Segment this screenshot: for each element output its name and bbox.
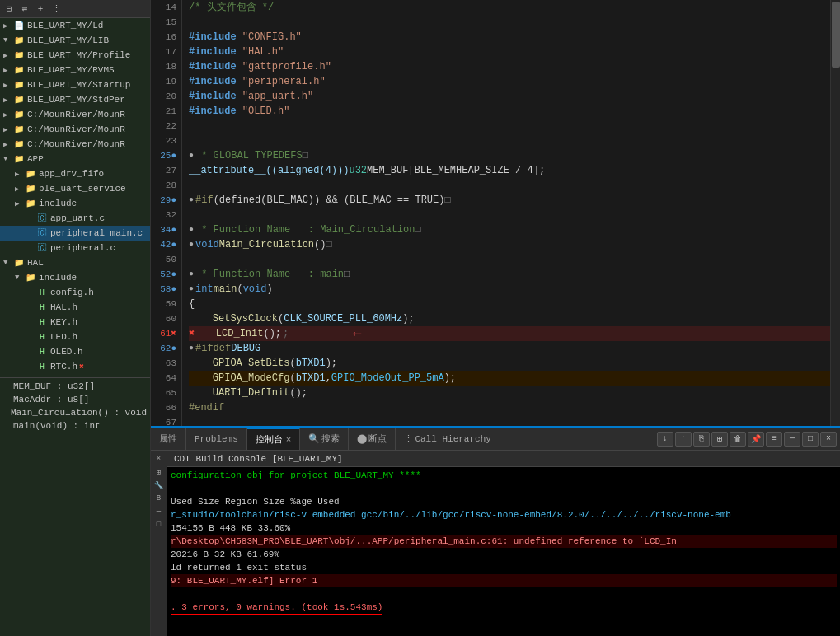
console-output[interactable]: configuration obj for project BLE_UART_M…: [167, 467, 840, 636]
editor-scrollbar[interactable]: [830, 0, 840, 426]
expand-btn[interactable]: ●: [189, 267, 194, 282]
filter-button[interactable]: ⊞: [711, 432, 728, 447]
folder-icon: 📁: [25, 272, 36, 283]
sidebar-outline-macaddr[interactable]: MacAddr : u8[]: [0, 393, 150, 406]
code-editor[interactable]: 14 15 16 17 18 19 20 21 22 23 25● 27 28 …: [151, 0, 840, 426]
code-line-52: ● * Function Name : main□: [189, 267, 830, 282]
lt-btn-2[interactable]: ⊞: [152, 465, 167, 479]
sidebar-item-label: C:/MounRiver/MounR: [27, 124, 125, 134]
file-c-icon: 🇨: [36, 213, 48, 224]
folder-icon: 📁: [25, 168, 36, 180]
sidebar-item-hal[interactable]: ▼ 📁 HAL: [0, 255, 150, 270]
sidebar-item-label: BLE_UART_MY/LIB: [27, 35, 109, 45]
sidebar-item-mounriver-3[interactable]: ▶ 📁 C:/MounRiver/MounR: [0, 137, 150, 152]
sidebar-item-ble-uart-ld[interactable]: ▶ 📄 BLE_UART_MY/Ld: [0, 18, 150, 33]
scroll-up-button[interactable]: ↑: [675, 432, 692, 447]
sidebar-item-mounriver-1[interactable]: ▶ 📁 C:/MounRiver/MounR: [0, 107, 150, 122]
sidebar-item-ble-uart-rvms[interactable]: ▶ 📁 BLE_UART_MY/RVMS: [0, 63, 150, 77]
folder-icon: 📁: [13, 109, 25, 120]
scrollbar-thumb[interactable]: [832, 2, 840, 68]
expand-icon: ▶: [3, 125, 12, 134]
folder-icon: 📁: [13, 79, 25, 91]
sidebar-item-label: Main_Circulation() : void: [11, 408, 147, 418]
sidebar-item-mounriver-2[interactable]: ▶ 📁 C:/MounRiver/MounR: [0, 122, 150, 137]
close-panel-button[interactable]: ×: [820, 432, 837, 447]
sidebar-outline-main-circulation[interactable]: Main_Circulation() : void: [0, 406, 150, 419]
pin-button[interactable]: 📌: [748, 432, 764, 447]
sidebar-item-ble-uart-service[interactable]: ▶ 📁 ble_uart_service: [0, 181, 150, 196]
lt-btn-1[interactable]: ×: [152, 452, 167, 465]
sidebar-item-label: HAL.h: [50, 302, 77, 312]
sidebar-item-ble-uart-stdper[interactable]: ▶ 📁 BLE_UART_MY/StdPer: [0, 92, 150, 107]
tab-breakpoints[interactable]: ⬤ 断点: [349, 428, 396, 451]
sidebar-item-label: BLE_UART_MY/RVMS: [27, 65, 115, 75]
tab-call-hierarchy[interactable]: ⋮ Call Hierarchy: [396, 428, 500, 451]
minimize-button[interactable]: ─: [784, 432, 800, 447]
file-explorer[interactable]: ⊟ ⇌ + ⋮ ▶ 📄 BLE_UART_MY/Ld ▼ 📁 BLE_UART_…: [0, 0, 151, 636]
sidebar-item-app-drv-fifo[interactable]: ▶ 📁 app_drv_fifo: [0, 166, 150, 181]
bottom-panel: 属性 Problems 控制台 × 🔍 搜索 ⬤ 断点 ⋮: [151, 426, 840, 636]
console-line-size1: 154156 B 448 KB 33.60%: [171, 521, 837, 535]
expand-btn[interactable]: ●: [189, 193, 194, 208]
expand-icon: ▶: [3, 51, 12, 60]
lt-btn-5[interactable]: ─: [152, 505, 167, 518]
new-file-button[interactable]: +: [33, 2, 48, 16]
sidebar-item-label: BLE_UART_MY/Profile: [27, 50, 130, 60]
close-tab-icon[interactable]: ×: [286, 435, 292, 445]
sidebar-item-oled-h[interactable]: H OLED.h: [0, 344, 150, 359]
sidebar-item-led-h[interactable]: H LED.h: [0, 330, 150, 344]
expand-btn[interactable]: ●: [189, 222, 194, 237]
breakpoint-icon: ⬤: [357, 433, 367, 444]
collapse-all-button[interactable]: ⊟: [2, 2, 16, 16]
code-line-27: __attribute__((aligned(4))) u32 MEM_BUF[…: [189, 163, 830, 178]
sidebar-item-ble-uart-startup[interactable]: ▶ 📁 BLE_UART_MY/Startup: [0, 77, 150, 92]
lt-btn-6[interactable]: □: [152, 518, 167, 531]
expand-btn[interactable]: ●: [189, 341, 194, 356]
sidebar-item-app[interactable]: ▼ 📁 APP: [0, 152, 150, 166]
filter-button[interactable]: ⋮: [49, 2, 63, 16]
expand-icon: ▶: [3, 96, 12, 105]
scroll-down-button[interactable]: ↓: [657, 432, 673, 447]
expand-btn[interactable]: ●: [189, 237, 194, 252]
tab-console[interactable]: 控制台 ×: [247, 428, 301, 451]
link-editor-button[interactable]: ⇌: [17, 2, 32, 16]
sidebar-item-peripheral-main-c[interactable]: 🇨 peripheral_main.c: [0, 226, 150, 241]
sidebar-item-hal-include[interactable]: ▼ 📁 include: [0, 270, 150, 285]
code-content[interactable]: /* 头文件包含 */ #include "CONFIG.h" #include…: [182, 0, 830, 426]
sidebar-item-ble-uart-lib[interactable]: ▼ 📁 BLE_UART_MY/LIB: [0, 33, 150, 48]
code-line-32: [189, 208, 830, 222]
sidebar-item-peripheral-c[interactable]: 🇨 peripheral.c: [0, 241, 150, 255]
tab-problems[interactable]: Problems: [186, 428, 247, 451]
code-line-58: ● int main (void): [189, 282, 830, 297]
line-numbers: 14 15 16 17 18 19 20 21 22 23 25● 27 28 …: [151, 0, 182, 426]
code-line-63: GPIOA_SetBits (bTXD1);: [189, 356, 830, 371]
expand-icon: ▶: [3, 140, 12, 149]
maximize-button[interactable]: □: [802, 432, 819, 447]
expand-btn[interactable]: ●: [189, 282, 194, 297]
file-h-icon: H: [36, 316, 48, 328]
clear-button[interactable]: 🗑: [730, 432, 746, 447]
lt-btn-3[interactable]: 🔧: [152, 479, 167, 492]
sidebar-item-hal-h[interactable]: H HAL.h: [0, 300, 150, 315]
expand-btn[interactable]: ●: [189, 148, 194, 163]
lt-btn-4[interactable]: B: [152, 492, 167, 505]
file-h-icon: H: [36, 302, 48, 313]
sidebar-outline-main[interactable]: main(void) : int: [0, 419, 150, 433]
sidebar-item-label: config.h: [50, 288, 94, 297]
sidebar-item-app-uart-c[interactable]: 🇨 app_uart.c: [0, 211, 150, 226]
sidebar-item-label: include: [39, 273, 77, 283]
sidebar-item-label: APP: [27, 154, 44, 164]
sidebar-outline-membuf[interactable]: MEM_BUF : u32[]: [0, 380, 150, 393]
bottom-main: × ⊞ 🔧 B ─ □ CDT Build Console [BLE_UART_…: [151, 451, 840, 636]
sidebar-item-include[interactable]: ▶ 📁 include: [0, 196, 150, 211]
sidebar-item-ble-uart-profile[interactable]: ▶ 📁 BLE_UART_MY/Profile: [0, 48, 150, 63]
tab-search[interactable]: 🔍 搜索: [300, 428, 349, 451]
sidebar-item-config-h[interactable]: H config.h: [0, 285, 150, 300]
more-button[interactable]: ≡: [766, 432, 782, 447]
tab-properties[interactable]: 属性: [151, 428, 186, 451]
expand-icon: ▶: [15, 185, 23, 194]
sidebar-item-rtc-h[interactable]: H RTC.h ✖: [0, 359, 150, 374]
expand-icon: ▼: [15, 274, 23, 282]
sidebar-item-key-h[interactable]: H KEY.h: [0, 315, 150, 330]
copy-button[interactable]: ⎘: [693, 432, 710, 447]
